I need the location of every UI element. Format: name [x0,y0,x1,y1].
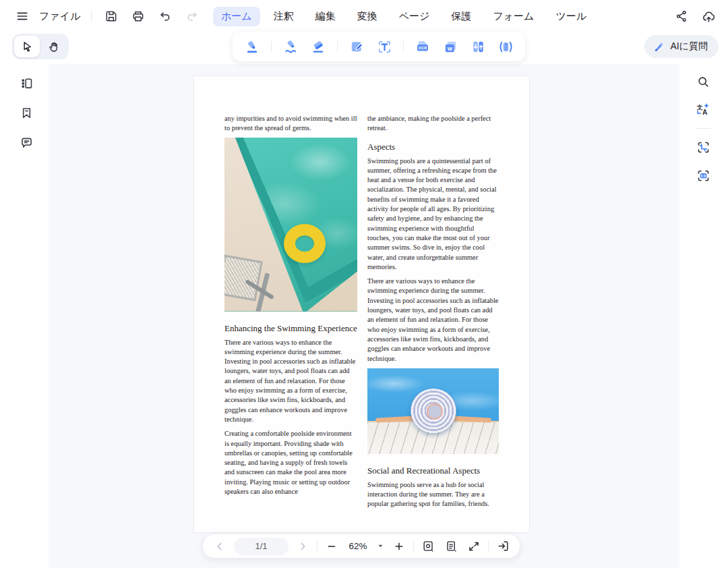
share-icon[interactable] [671,6,692,26]
divider [696,128,710,129]
bookmarks-panel-icon[interactable] [16,103,36,123]
tab-convert[interactable]: 変換 [349,7,386,26]
divider [271,41,272,52]
zoom-in-icon[interactable] [390,538,408,555]
next-page-icon[interactable] [294,538,311,555]
tab-annotate[interactable]: 注釈 [266,7,302,26]
print-icon[interactable] [128,6,148,26]
file-menu[interactable]: ファイル [39,10,80,23]
ribbon-tabs: ホーム 注釈 編集 変換 ページ 保護 フォーム ツール [213,0,595,32]
fit-page-options-icon[interactable] [419,538,437,555]
right-panel-rail: 文A [693,72,713,186]
ai-icon [653,40,665,53]
doc-heading: Aspects [367,142,499,152]
pointer-mode-switcher [12,34,69,59]
ask-ai-button[interactable]: AIに質問 [644,35,719,58]
ask-ai-label: AIに質問 [670,40,708,53]
divider [91,11,92,22]
divider [413,541,414,551]
tab-page[interactable]: ページ [391,7,438,26]
view-controls-bar: 1/1 62% [202,534,520,559]
screenshot-crop-icon[interactable] [693,137,713,157]
search-icon[interactable] [693,72,713,92]
ai-translate-icon[interactable]: 文A [693,100,713,120]
top-menubar: ファイル ホーム 注釈 編集 変換 ページ 保護 フォーム ツール [0,0,728,32]
save-icon[interactable] [101,6,121,26]
tab-form[interactable]: フォーム [485,7,542,26]
fullscreen-icon[interactable] [465,538,483,555]
divider [403,41,404,52]
yellow-swim-ring [284,224,326,263]
crop-pages-icon[interactable] [497,38,514,55]
cloud-upload-icon[interactable] [698,6,719,26]
add-text-icon[interactable] [375,38,393,55]
zoom-level: 62% [346,541,370,551]
hamburger-menu-icon[interactable] [12,6,32,26]
sun-hat [411,389,456,433]
pdf-left-column: any impurities and to avoid swimming whe… [224,114,357,501]
previous-page-icon[interactable] [211,538,229,555]
pool-chair [224,254,263,301]
divider [488,541,489,551]
convert-to-word-icon[interactable]: W [442,38,459,55]
doc-paragraph: There are various ways to enhance the sw… [367,277,499,364]
doc-paragraph: any impurities and to avoid swimming whe… [224,114,357,134]
hand-pan-icon[interactable] [41,36,67,57]
swimmer-hat-photo [367,368,499,454]
zoom-preset-caret-icon[interactable] [375,538,385,555]
thumbnails-panel-icon[interactable] [16,73,36,93]
screen-capture-icon[interactable] [693,165,713,186]
undo-icon[interactable] [155,6,175,26]
highlight-icon[interactable] [243,38,261,55]
doc-paragraph: the ambiance, making the poolside a perf… [367,114,499,134]
doc-paragraph: Swimming pools serve as a hub for social… [367,480,499,509]
redo-icon[interactable] [182,6,202,26]
pdf-page[interactable]: any impurities and to avoid swimming whe… [193,76,530,533]
doc-heading: Enhancing the Swimming Experience [224,323,357,334]
tab-protect[interactable]: 保護 [443,7,479,26]
read-mode-icon[interactable] [494,538,512,555]
zoom-out-icon[interactable] [323,538,340,555]
pdf-right-column: the ambiance, making the poolside a perf… [367,114,499,514]
compress-icon[interactable] [469,38,487,55]
left-panel-rail [16,73,36,152]
tab-edit[interactable]: 編集 [307,7,344,26]
comments-panel-icon[interactable] [16,132,36,152]
page-layout-options-icon[interactable] [442,538,460,555]
svg-text:OCR: OCR [419,46,427,50]
tab-home[interactable]: ホーム [213,7,260,26]
doc-paragraph: Creating a comfortable poolside environm… [224,429,357,496]
ocr-icon[interactable]: OCR [414,38,431,55]
tab-tools[interactable]: ツール [547,7,595,26]
doc-paragraph: There are various ways to enhance the sw… [224,338,357,425]
doc-paragraph: Swimming pools are a quintessential part… [367,157,499,273]
squiggly-underline-icon[interactable] [282,38,299,55]
pool-ring-photo [224,138,357,312]
edit-pdf-icon[interactable] [348,38,365,55]
select-cursor-icon[interactable] [14,36,40,57]
svg-text:A: A [702,109,708,116]
doc-heading: Social and Recreational Aspects [367,465,499,476]
eraser-icon[interactable] [309,38,327,55]
divider [337,41,338,52]
divider [317,541,317,551]
page-number-input[interactable]: 1/1 [234,538,289,555]
svg-text:W: W [447,45,452,51]
quick-tools-toolbar: OCR W [233,32,525,61]
